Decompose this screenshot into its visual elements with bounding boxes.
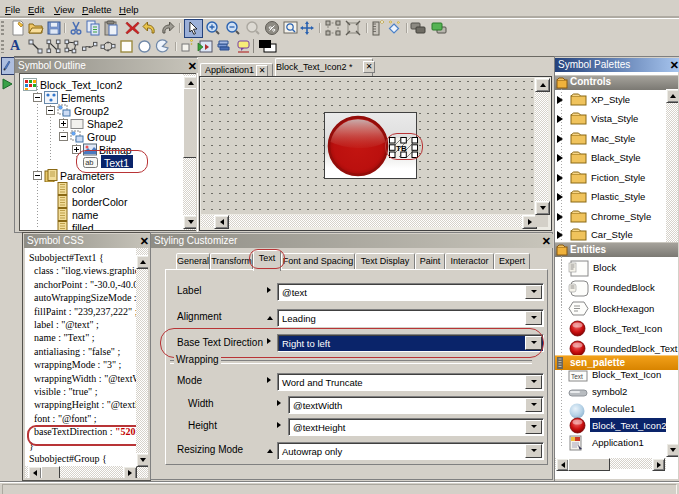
svg-text:Text: Text: [571, 373, 583, 380]
